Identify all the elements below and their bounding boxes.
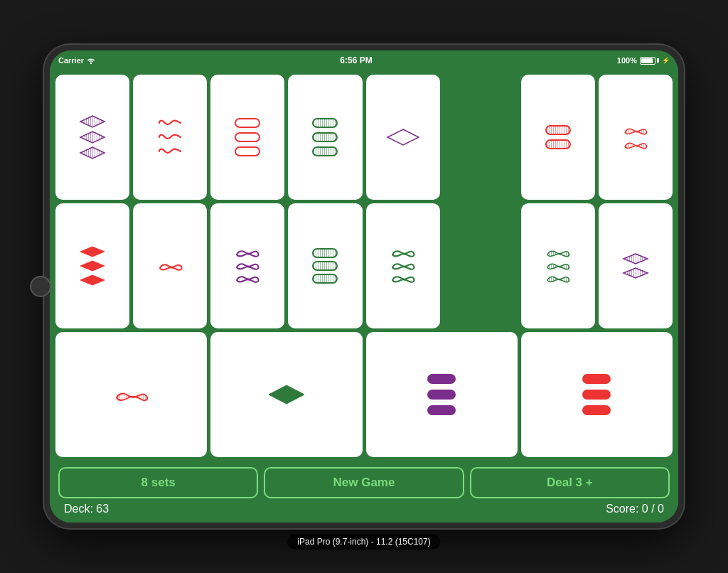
device-label: iPad Pro (9.7-inch) - 11.2 (15C107)	[287, 534, 440, 550]
svg-rect-53	[582, 390, 611, 400]
card-r3-c1[interactable]	[55, 332, 207, 457]
card-r1-c5[interactable]	[366, 75, 440, 200]
card-r2-c7[interactable]	[521, 203, 595, 328]
svg-rect-54	[582, 405, 611, 415]
screen: Carrier 6:56 PM 100%	[50, 50, 678, 523]
carrier-text: Carrier	[58, 56, 84, 65]
svg-marker-48	[269, 385, 304, 404]
button-row: 8 sets New Game Deal 3 +	[58, 467, 670, 498]
card-r1-c2[interactable]	[133, 75, 207, 200]
svg-rect-23	[546, 126, 570, 134]
card-r1-c8[interactable]	[599, 75, 673, 200]
svg-marker-42	[623, 254, 648, 264]
svg-rect-9	[235, 147, 259, 156]
card-r1-c1[interactable]	[55, 75, 129, 200]
info-row: Deck: 63 Score: 0 / 0	[58, 503, 670, 515]
svg-marker-20	[387, 129, 419, 145]
svg-rect-15	[313, 133, 337, 141]
card-r2-c8[interactable]	[599, 203, 673, 328]
svg-marker-31	[80, 275, 105, 285]
game-screen: Carrier 6:56 PM 100%	[50, 50, 678, 523]
svg-rect-35	[313, 262, 337, 270]
card-r3-c3[interactable]	[366, 332, 518, 457]
svg-rect-12	[313, 119, 337, 127]
status-carrier: Carrier	[58, 56, 95, 65]
svg-point-0	[90, 63, 92, 64]
cards-area	[50, 70, 678, 461]
card-row-1	[55, 75, 673, 200]
deal-button[interactable]: Deal 3 +	[470, 467, 670, 498]
svg-rect-50	[427, 390, 456, 400]
svg-marker-5	[80, 147, 105, 159]
status-time: 6:56 PM	[340, 55, 372, 65]
ipad-device: Carrier 6:56 PM 100%	[44, 45, 684, 528]
card-row-2	[55, 203, 673, 328]
status-bar: Carrier 6:56 PM 100%	[50, 50, 678, 70]
deck-count: Deck: 63	[64, 503, 364, 515]
card-r1-c7[interactable]	[521, 75, 595, 200]
card-r1-c3[interactable]	[210, 75, 284, 200]
card-row-3	[55, 332, 673, 457]
bottom-bar: 8 sets New Game Deal 3 + Deck: 63 Score:…	[50, 461, 678, 523]
svg-rect-8	[235, 133, 259, 141]
svg-marker-29	[80, 247, 105, 257]
wifi-icon	[87, 57, 95, 64]
score-display: Score: 0 / 0	[364, 503, 664, 515]
svg-rect-26	[546, 140, 570, 149]
svg-marker-30	[80, 261, 105, 271]
card-r1-c4[interactable]	[288, 75, 362, 200]
svg-rect-7	[235, 119, 259, 127]
svg-marker-1	[80, 116, 105, 127]
svg-rect-52	[582, 374, 611, 384]
card-r2-c4[interactable]	[288, 203, 362, 328]
svg-rect-49	[427, 374, 456, 384]
svg-marker-45	[623, 268, 648, 278]
status-battery-area: 100% ⚡	[617, 56, 670, 65]
svg-rect-33	[313, 249, 337, 257]
home-button[interactable]	[30, 276, 51, 297]
svg-rect-37	[313, 274, 337, 283]
new-game-button[interactable]: New Game	[264, 467, 464, 498]
card-r2-c5[interactable]	[366, 203, 440, 328]
battery-percent: 100%	[617, 56, 637, 65]
card-r3-c4[interactable]	[521, 332, 673, 457]
charge-icon: ⚡	[662, 57, 670, 64]
svg-rect-51	[427, 405, 456, 415]
card-r2-c2[interactable]	[133, 203, 207, 328]
card-r2-c1[interactable]	[55, 203, 129, 328]
svg-rect-18	[313, 147, 337, 156]
sets-button[interactable]: 8 sets	[58, 467, 258, 498]
battery-icon	[640, 57, 659, 65]
svg-marker-3	[80, 132, 105, 143]
card-r2-c3[interactable]	[210, 203, 284, 328]
card-r3-c2[interactable]	[210, 332, 362, 457]
